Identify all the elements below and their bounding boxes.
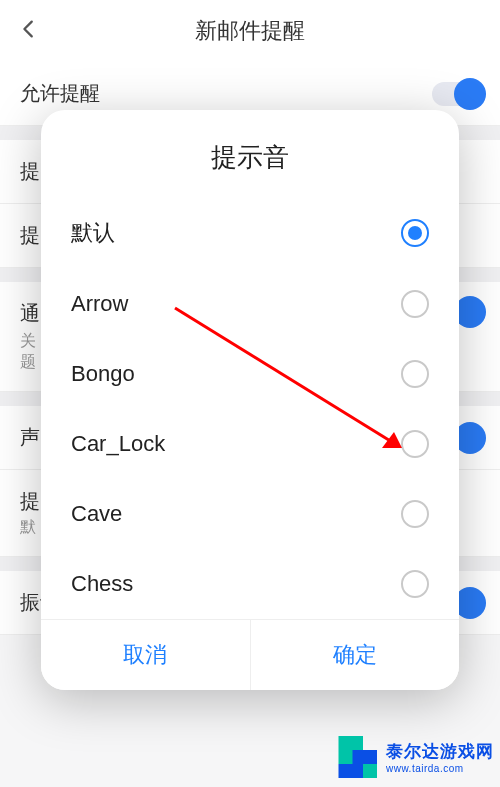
cancel-button[interactable]: 取消 [41,620,250,690]
radio-icon[interactable] [401,570,429,598]
sound-option[interactable]: Arrow [41,269,459,339]
option-label: Cave [71,501,122,527]
sound-picker-dialog: 提示音 默认ArrowBongoCar_LockCaveChess 取消 确定 [41,110,459,690]
option-label: Arrow [71,291,128,317]
sound-option[interactable]: Bongo [41,339,459,409]
radio-icon[interactable] [401,500,429,528]
sound-option[interactable]: Cave [41,479,459,549]
sound-option[interactable]: Chess [41,549,459,619]
watermark-icon [328,729,384,785]
option-label: 默认 [71,218,115,248]
option-label: Bongo [71,361,135,387]
watermark: 泰尔达游戏网 www.tairda.com [328,729,494,785]
options-list: 默认ArrowBongoCar_LockCaveChess [41,197,459,619]
watermark-text: 泰尔达游戏网 [386,740,494,763]
radio-icon[interactable] [401,430,429,458]
confirm-button[interactable]: 确定 [251,620,460,690]
option-label: Car_Lock [71,431,165,457]
radio-icon[interactable] [401,290,429,318]
option-label: Chess [71,571,133,597]
radio-icon[interactable] [401,360,429,388]
dialog-title: 提示音 [41,110,459,197]
sound-option[interactable]: Car_Lock [41,409,459,479]
radio-icon[interactable] [401,219,429,247]
dialog-actions: 取消 确定 [41,619,459,690]
sound-option[interactable]: 默认 [41,197,459,269]
watermark-sub: www.tairda.com [386,763,494,774]
